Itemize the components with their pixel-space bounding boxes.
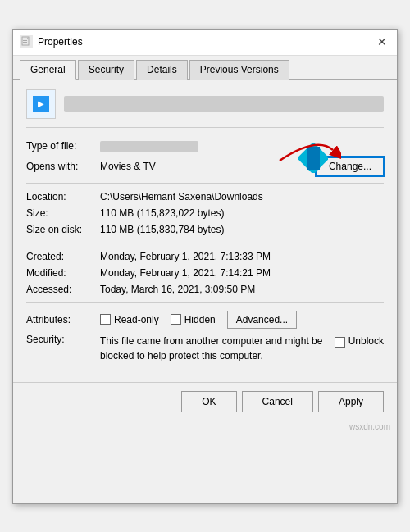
file-type-icon: ▶ — [26, 89, 56, 119]
created-label: Created: — [26, 251, 100, 262]
modified-label: Modified: — [26, 267, 100, 279]
modified-row: Modified: Monday, February 1, 2021, 7:14… — [26, 265, 384, 281]
location-label: Location: — [26, 191, 100, 202]
opens-with-row: Opens with: Movies & TV Change... — [26, 155, 384, 178]
size-value: 110 MB (115,823,022 bytes) — [100, 207, 384, 219]
file-header: ▶ — [26, 89, 384, 128]
tab-previous-versions[interactable]: Previous Versions — [189, 60, 289, 80]
unblock-label: Unblock — [348, 335, 384, 347]
readonly-label: Read-only — [114, 314, 159, 325]
content-area: ▶ Type of file: Opens with: Movies & TV … — [13, 80, 397, 375]
tab-details[interactable]: Details — [136, 60, 188, 80]
hidden-label: Hidden — [184, 314, 216, 325]
cancel-button[interactable]: Cancel — [242, 391, 313, 412]
size-on-disk-label: Size on disk: — [26, 224, 100, 235]
opens-with-app: Movies & TV — [100, 161, 317, 172]
opens-with-value: Movies & TV — [100, 161, 156, 172]
type-value-blurred — [100, 141, 198, 152]
file-name-bar — [64, 96, 384, 112]
tab-bar: General Security Details Previous Versio… — [13, 56, 397, 80]
title-bar: Properties ✕ — [13, 30, 397, 56]
readonly-checkbox-item[interactable]: Read-only — [100, 314, 159, 325]
accessed-label: Accessed: — [26, 284, 100, 295]
security-label: Security: — [26, 334, 100, 363]
type-label: Type of file: — [26, 140, 100, 152]
title-bar-left: Properties — [20, 35, 83, 48]
apply-button[interactable]: Apply — [318, 391, 384, 412]
hidden-checkbox[interactable] — [171, 314, 181, 325]
size-label: Size: — [26, 207, 100, 219]
dialog-icon — [20, 35, 33, 48]
size-on-disk-value: 110 MB (115,830,784 bytes) — [100, 224, 384, 235]
tab-security[interactable]: Security — [78, 60, 134, 80]
unblock-area: Unblock — [335, 334, 384, 348]
location-row: Location: C:\Users\Hemant Saxena\Downloa… — [26, 189, 384, 205]
attributes-label: Attributes: — [26, 314, 100, 325]
advanced-button[interactable]: Advanced... — [227, 311, 297, 329]
attributes-controls: Read-only Hidden Advanced... — [100, 311, 384, 329]
svg-rect-3 — [23, 42, 27, 43]
divider-3 — [26, 302, 384, 303]
svg-rect-2 — [23, 40, 27, 41]
file-icon-inner: ▶ — [33, 96, 49, 112]
hidden-checkbox-item[interactable]: Hidden — [171, 314, 216, 325]
accessed-row: Accessed: Today, March 16, 2021, 3:09:50… — [26, 281, 384, 298]
created-value: Monday, February 1, 2021, 7:13:33 PM — [100, 251, 384, 262]
tab-general[interactable]: General — [20, 60, 76, 80]
security-text: This file came from another computer and… — [100, 334, 328, 363]
opens-with-label: Opens with: — [26, 161, 100, 172]
close-button[interactable]: ✕ — [374, 34, 390, 50]
change-button[interactable]: Change... — [317, 157, 384, 175]
size-row: Size: 110 MB (115,823,022 bytes) — [26, 205, 384, 221]
readonly-checkbox[interactable] — [100, 314, 111, 325]
watermark: wsxdn.com — [13, 421, 397, 434]
created-row: Created: Monday, February 1, 2021, 7:13:… — [26, 248, 384, 265]
security-content: This file came from another computer and… — [100, 334, 384, 363]
divider-2 — [26, 243, 384, 243]
size-on-disk-row: Size on disk: 110 MB (115,830,784 bytes) — [26, 221, 384, 238]
type-row: Type of file: — [26, 138, 384, 155]
dialog-title: Properties — [38, 36, 83, 48]
modified-value: Monday, February 1, 2021, 7:14:21 PM — [100, 267, 384, 279]
attributes-row: Attributes: Read-only Hidden Advanced... — [26, 308, 384, 331]
ok-button[interactable]: OK — [181, 391, 236, 412]
unblock-checkbox[interactable] — [335, 337, 345, 348]
properties-dialog: Properties ✕ General Security Details Pr… — [12, 29, 398, 504]
location-value: C:\Users\Hemant Saxena\Downloads — [100, 191, 384, 202]
security-row: Security: This file came from another co… — [26, 331, 384, 366]
footer: OK Cancel Apply — [13, 382, 397, 421]
accessed-value: Today, March 16, 2021, 3:09:50 PM — [100, 284, 384, 295]
divider-1 — [26, 183, 384, 184]
